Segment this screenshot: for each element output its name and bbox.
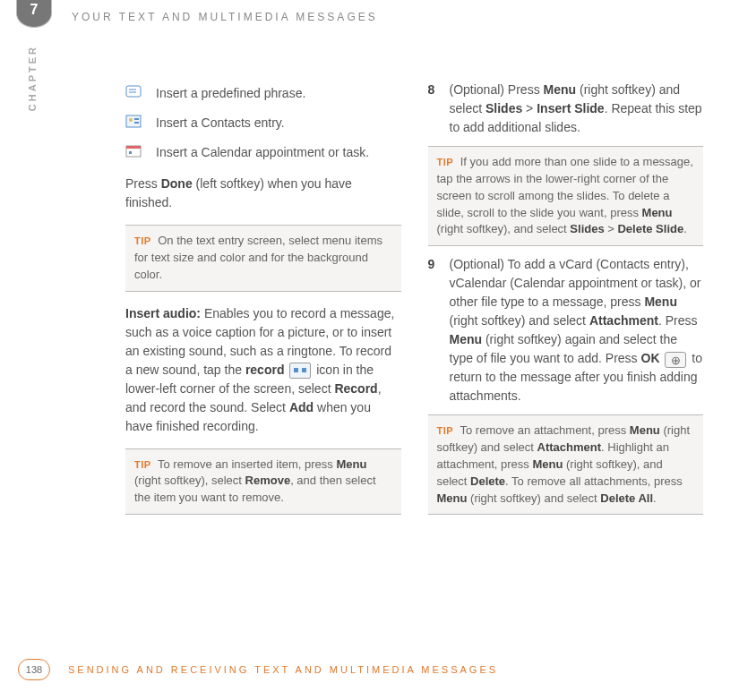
text: (right softkey) and select [450,313,589,328]
text: . To remove all attachments, press [505,474,683,488]
delete-all-label: Delete All [600,491,653,505]
footer: 138 SENDING AND RECEIVING TEXT AND MULTI… [18,659,703,680]
tip-text-entry: TIP On the text entry screen, select men… [125,225,401,292]
chapter-badge: 7 [16,0,52,28]
menu-label: Menu [630,423,660,437]
menu-label: Menu [532,457,563,471]
tip-label: TIP [437,425,454,436]
step-9-body: (Optional) To add a vCard (Contacts entr… [450,255,704,405]
text: . [653,491,657,505]
record-icon [289,363,311,379]
tip-slides: TIP If you add more than one slide to a … [428,146,704,246]
page: 7 YOUR TEXT AND MULTIMEDIA MESSAGES CHAP… [0,0,739,700]
insert-audio-section: Insert audio: Enables you to record a me… [125,304,401,436]
svg-rect-8 [126,146,141,149]
done-label: Done [161,176,193,191]
insert-audio-label: Insert audio: [125,306,201,320]
text: (right softkey), select [134,474,245,487]
text: Press [125,176,161,191]
text: (Optional) Press [450,82,544,97]
press-done-text: Press Done (left softkey) when you have … [125,175,401,212]
insert-calendar-text: Insert a Calendar appointment or task. [156,143,369,162]
calendar-icon [125,143,143,159]
slides-label: Slides [570,222,604,235]
text: > [522,101,537,115]
menu-label: Menu [450,332,483,346]
right-column: 8 (Optional) Press Menu (right softkey) … [428,81,704,637]
slides-label: Slides [486,101,522,115]
insert-calendar-row: Insert a Calendar appointment or task. [125,143,401,162]
text: To remove an attachment, press [460,423,630,437]
menu-label: Menu [642,206,673,219]
attachment-label: Attachment [589,313,658,328]
add-label: Add [289,400,314,414]
tip-remove-attachment: TIP To remove an attachment, press Menu … [428,414,704,515]
menu-label: Menu [437,491,468,505]
tip-remove-item: TIP To remove an inserted item, press Me… [125,448,401,516]
footer-title: SENDING AND RECEIVING TEXT AND MULTIMEDI… [68,664,498,675]
text: To remove an inserted item, press [158,457,336,471]
menu-label: Menu [644,295,677,309]
header-title: YOUR TEXT AND MULTIMEDIA MESSAGES [72,11,378,23]
left-column: Insert a predefined phrase. Insert a Con… [125,81,401,637]
svg-rect-9 [129,151,132,154]
svg-rect-6 [134,122,139,124]
svg-rect-3 [126,115,141,127]
insert-phrase-text: Insert a predefined phrase. [156,84,305,103]
contacts-icon [125,114,143,130]
step-number: 9 [428,255,441,405]
text: . Press [658,313,698,328]
step-8: 8 (Optional) Press Menu (right softkey) … [428,81,704,137]
text: > [605,222,618,235]
step-number: 8 [428,81,441,137]
record-label2: Record [334,381,377,396]
text: (right softkey), and select [437,222,571,235]
svg-point-4 [129,118,133,122]
delete-label: Delete [470,474,505,488]
text: (right softkey) and select [467,491,600,505]
menu-label: Menu [336,457,366,471]
insert-phrase-row: Insert a predefined phrase. [125,84,401,103]
delete-slide-label: Delete Slide [617,222,683,235]
text: . [683,222,687,235]
tip-label: TIP [437,157,454,167]
insert-contacts-text: Insert a Contacts entry. [156,114,285,132]
insert-contacts-row: Insert a Contacts entry. [125,114,401,132]
phrase-icon [125,84,143,100]
tip-label: TIP [134,459,151,470]
chapter-label-vertical: CHAPTER [27,45,38,111]
record-label: record [245,363,285,377]
content-columns: Insert a predefined phrase. Insert a Con… [125,81,703,637]
page-number: 138 [18,659,50,680]
insert-slide-label: Insert Slide [537,101,604,115]
svg-rect-5 [134,118,139,120]
tip-label: TIP [134,235,151,246]
ok-icon [665,352,686,368]
attachment-label: Attachment [537,440,602,454]
step-8-body: (Optional) Press Menu (right softkey) an… [450,81,704,137]
menu-label: Menu [544,82,577,97]
svg-rect-0 [126,86,141,97]
remove-label: Remove [245,474,291,487]
tip-text: On the text entry screen, select menu it… [134,234,382,281]
step-9: 9 (Optional) To add a vCard (Contacts en… [428,255,704,405]
ok-label: OK [641,351,660,365]
